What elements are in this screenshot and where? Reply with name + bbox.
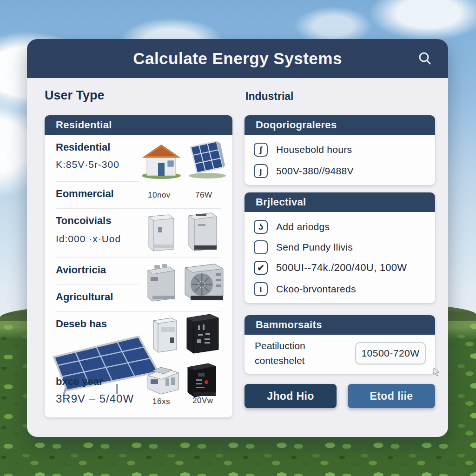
- list-item-bxce[interactable]: bxce year: [56, 376, 103, 388]
- checkbox-icon-empty[interactable]: [254, 240, 268, 254]
- caption-house: 10nov: [148, 191, 171, 200]
- option-send-pundy[interactable]: Send Pundy llivis: [245, 238, 435, 257]
- panel-2-title: Brjlectival: [256, 196, 306, 208]
- page-title: Calculate Energy Systems: [133, 49, 342, 68]
- option-voltage[interactable]: ȷ 500V-380//9488V: [245, 162, 435, 180]
- residential-panel-header: Residential: [45, 115, 232, 135]
- generator-illustration: [144, 261, 178, 303]
- primary-action-button[interactable]: Jhod Hio: [245, 384, 337, 408]
- battery-cabinet-illustration: [144, 211, 178, 254]
- list-item-residential[interactable]: Residential: [56, 141, 110, 153]
- checkbox-icon[interactable]: ʖ: [254, 220, 268, 234]
- option-label: Housebold hours: [276, 144, 352, 155]
- option-label: Add ariodgs: [276, 221, 330, 232]
- search-icon[interactable]: [417, 51, 432, 66]
- user-type-list: Residential K:85V·5r-300 Eommercial: [45, 135, 232, 417]
- list-item-aviortricia[interactable]: Aviortricia: [56, 264, 106, 276]
- option-label: 500UI--74k./200/40U, 100W: [276, 262, 407, 274]
- panel-3-header: Bammorsaits: [245, 315, 435, 335]
- option-label: Send Pundy llivis: [276, 242, 353, 253]
- divider: [56, 284, 139, 285]
- bxce-spec: 3R9V – 5/40W: [56, 392, 134, 405]
- mouse-cursor-icon: [432, 367, 441, 377]
- checkbox-icon[interactable]: ȷ: [254, 164, 268, 178]
- panel-3-body: Peatiluction conteshelet 10500-720W: [245, 335, 435, 374]
- power-station-black-illustration: [184, 360, 219, 399]
- user-type-label: User Type: [45, 88, 105, 103]
- option-label: 500V-380//9488V: [276, 165, 354, 177]
- caption-panel: 76W: [195, 191, 212, 200]
- panel-bammorsaits: Bammorsaits Peatiluction conteshelet 105…: [245, 315, 435, 374]
- panel-doqoriograleres: Doqoriograleres ʃ Housebold hours ȷ 500V…: [245, 115, 435, 185]
- checkbox-icon[interactable]: ʃ: [254, 143, 268, 157]
- panel-2-body: ʖ Add ariodgs Send Pundy llivis ✔ 500UI-…: [245, 212, 435, 303]
- panel-3-title: Bammorsaits: [256, 319, 322, 331]
- divider: [56, 181, 139, 182]
- checkbox-icon-checked[interactable]: ✔: [254, 261, 268, 275]
- solar-panel-illustration: [186, 140, 227, 179]
- residential-panel-title: Residential: [56, 119, 112, 131]
- list-item-commercial[interactable]: Eommercial: [56, 188, 114, 200]
- option-add-ariodgs[interactable]: ʖ Add ariodgs: [245, 218, 435, 236]
- calculator-card: Calculate Energy Systems User Type Indus…: [27, 39, 448, 437]
- toncoivials-spec: Id:000 ·x·Uod: [56, 233, 121, 245]
- panel-1-body: ʃ Housebold hours ȷ 500V-380//9488V: [245, 135, 435, 185]
- inverter-black-illustration: [183, 311, 223, 355]
- list-item-toncoivials[interactable]: Toncoivials: [56, 215, 111, 227]
- option-500ui-checked[interactable]: ✔ 500UI--74k./200/40U, 100W: [245, 258, 435, 277]
- option-label: Ckoo-brvontareds: [276, 284, 356, 295]
- battery-cabinet-2-illustration: [184, 208, 221, 254]
- list-item-agricultural[interactable]: Agricultural: [56, 291, 113, 303]
- solar-array-illustration: [47, 332, 161, 398]
- residential-spec: K:85V·5r-300: [56, 159, 119, 170]
- app-header: Calculate Energy Systems: [27, 39, 448, 78]
- panel-brjlectival: Brjlectival ʖ Add ariodgs Send Pundy lli…: [245, 192, 435, 303]
- caption-white-station: 16xs: [152, 397, 170, 406]
- panel-1-title: Doqoriograleres: [256, 119, 337, 131]
- option-ckoo[interactable]: ι Ckoo-brvontareds: [245, 280, 435, 298]
- power-range-field[interactable]: 10500-720W: [355, 342, 426, 364]
- inverter-white-illustration: [150, 314, 180, 354]
- power-station-white-illustration: [145, 365, 181, 396]
- panel-1-header: Doqoriograleres: [245, 115, 435, 135]
- house-illustration: [139, 142, 183, 179]
- production-label-line2: conteshelet: [255, 355, 304, 366]
- production-label-line1: Peatiluction: [255, 340, 305, 351]
- checkbox-icon[interactable]: ι: [254, 282, 268, 296]
- divider: [56, 258, 221, 258]
- option-household-hours[interactable]: ʃ Housebold hours: [245, 140, 435, 159]
- secondary-action-button[interactable]: Etod liie: [348, 384, 435, 408]
- heat-pump-illustration: [182, 259, 227, 303]
- user-type-panel: Residential Residential K:85V·5r-300 Eom…: [45, 115, 232, 417]
- list-item-deseb[interactable]: Deseb has: [56, 318, 107, 330]
- panel-2-header: Brjlectival: [245, 192, 435, 212]
- industrial-label: Industrial: [245, 90, 294, 103]
- caption-black-station: 20Vw: [192, 396, 213, 405]
